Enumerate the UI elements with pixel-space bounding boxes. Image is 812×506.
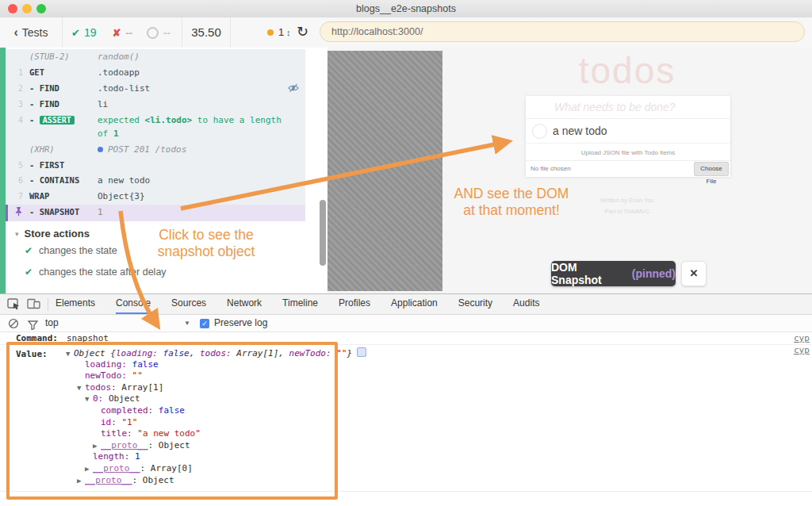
test-result[interactable]: ✔changes the state after delay [25, 266, 167, 278]
console-tree-line[interactable]: ▼todos: Array[1] [0, 382, 793, 394]
choose-file-button[interactable]: Choose File [694, 162, 729, 176]
console-tree-line[interactable]: ▶__proto__: Object [0, 440, 793, 452]
command-log-row[interactable]: 4- ASSERTexpected <li.todo> to have a le… [6, 113, 305, 142]
command-number: 3 [6, 98, 29, 110]
tests-label: Tests [22, 26, 48, 39]
expander-icon[interactable]: ▶ [77, 475, 85, 487]
zoom-window-button[interactable] [36, 4, 46, 13]
command-log-row[interactable]: 6- CONTAINSa new todo [6, 173, 305, 189]
expander-icon[interactable]: ▼ [77, 382, 85, 394]
tab-profiles[interactable]: Profiles [339, 294, 370, 314]
viewport-scale[interactable]: 1 [278, 17, 284, 48]
console-prompt-row[interactable]: › [0, 491, 812, 502]
command-message: expected <li.todo> to have a lengthof 1 [98, 113, 305, 140]
unpin-close-button[interactable]: ✕ [681, 261, 707, 286]
expander-icon[interactable]: ▼ [66, 348, 74, 360]
devtools-tabbar: ElementsConsoleSourcesNetworkTimelinePro… [0, 294, 812, 315]
tab-sources[interactable]: Sources [171, 294, 206, 314]
tab-timeline[interactable]: Timeline [282, 294, 318, 314]
execution-context-select[interactable]: top [45, 315, 59, 332]
console-tree-line: newTodo: "" [0, 370, 793, 382]
refresh-icon[interactable]: ↻ [297, 17, 308, 47]
check-icon: ✔ [25, 266, 33, 278]
command-log-rows: (STUB-2)random()1GET.todoapp2- FIND.todo… [6, 49, 305, 221]
dropdown-arrow-icon[interactable]: ▼ [184, 315, 190, 332]
console-tree-line: length: 1 [0, 451, 793, 463]
close-window-button[interactable] [8, 4, 17, 13]
source-link[interactable]: cyp [794, 333, 810, 343]
command-log-row[interactable]: - SNAPSHOT1 [6, 205, 305, 221]
tab-application[interactable]: Application [391, 294, 438, 314]
expander-icon[interactable]: ▼ [85, 393, 93, 405]
tree-token: loading: [116, 348, 163, 358]
expander-icon[interactable]: ▶ [85, 463, 93, 475]
tree-token: false [163, 348, 190, 358]
command-number: 5 [6, 159, 29, 171]
command-log-row[interactable]: 1GET.todoapp [6, 65, 305, 81]
command-message: 1 [98, 205, 305, 219]
tree-token: "" [336, 348, 347, 358]
scrollbar-thumb[interactable] [320, 200, 326, 266]
tab-console[interactable]: Console [116, 294, 151, 314]
tree-token: Array[0] [151, 463, 193, 473]
eye-slash-icon[interactable] [288, 83, 299, 96]
command-log-row[interactable]: (XHR)POST 201 /todos [6, 142, 305, 158]
source-link[interactable]: cyp [794, 345, 810, 355]
tab-network[interactable]: Network [227, 294, 262, 314]
command-name: - FIRST [29, 159, 98, 171]
tree-token: , [190, 348, 200, 358]
console-tree-line[interactable]: ▶__proto__: Array[0] [0, 463, 793, 475]
tree-token: length: [93, 451, 135, 462]
device-toolbar-icon[interactable] [27, 298, 40, 312]
app-preview: todos What needs to be done? a new todo … [442, 48, 812, 293]
cypress-toolbar: ‹ Tests ✔ 19 ✘ -- -- 35.50 1 ↕ ↻ http://… [0, 17, 812, 48]
command-log-row[interactable]: (STUB-2)random() [6, 49, 305, 65]
command-log-row[interactable]: 3- FINDli [6, 97, 305, 113]
minimize-window-button[interactable] [22, 4, 32, 13]
command-number: 2 [6, 82, 29, 94]
object-tree: ▼Object {loading: false, todos: Array[1]… [0, 347, 793, 486]
tree-token: newTodo: [85, 370, 132, 381]
check-icon: ✔ [25, 245, 33, 256]
tab-elements[interactable]: Elements [56, 294, 95, 314]
command-name: (XHR) [29, 144, 98, 155]
url-bar[interactable]: http://localhost:3000/ [320, 21, 805, 42]
live-object-icon [357, 347, 366, 357]
tab-audits[interactable]: Audits [513, 294, 539, 314]
console-tree-line[interactable]: ▼0: Object [0, 393, 793, 405]
annotation-line: AND see the DOM [420, 186, 603, 202]
command-name: WRAP [29, 190, 98, 202]
command-number: 6 [6, 174, 29, 186]
annotation-line: at that moment! [420, 202, 603, 219]
command-log-row[interactable]: 5- FIRST [6, 158, 305, 173]
todo-list-item[interactable]: a new todo [526, 119, 730, 144]
todo-toggle-checkbox[interactable] [532, 124, 547, 139]
filter-icon[interactable] [28, 319, 38, 333]
preserve-log-checkbox[interactable]: ✓ [200, 319, 209, 328]
command-log-row[interactable]: 2- FIND.todo-list [6, 81, 305, 97]
suite-store-actions[interactable]: ▾ Store actions [15, 228, 90, 240]
window-title: blogs__e2e-snapshots [0, 0, 812, 17]
preserve-log-label: Preserve log [214, 315, 267, 332]
clear-console-icon[interactable] [8, 318, 19, 332]
tree-token: Object [159, 440, 190, 450]
new-todo-input[interactable]: What needs to be done? [526, 96, 730, 119]
tree-token: { [110, 348, 116, 358]
command-log-row[interactable]: 7WRAPObject{3} [6, 189, 305, 205]
command-name: GET [29, 67, 98, 79]
todos-heading: todos [442, 48, 812, 94]
tab-security[interactable]: Security [458, 294, 492, 314]
back-to-tests-button[interactable]: ‹ Tests [0, 17, 63, 48]
inspect-element-icon[interactable] [7, 298, 21, 313]
viewport-margin-stripes [327, 51, 442, 291]
command-message: Object{3} [98, 190, 305, 203]
expander-icon[interactable]: ▶ [93, 440, 101, 452]
xhr-dot-icon [98, 147, 103, 152]
command-name: - SNAPSHOT [29, 206, 98, 218]
tree-token: todos: [85, 382, 121, 393]
chevron-left-icon: ‹ [13, 26, 17, 39]
console-tree-line[interactable]: ▼Object {loading: false, todos: Array[1]… [0, 347, 793, 359]
console-tree-line[interactable]: ▶__proto__: Object [0, 475, 793, 487]
tree-token: , [278, 348, 289, 358]
tree-token: "1" [122, 417, 138, 427]
